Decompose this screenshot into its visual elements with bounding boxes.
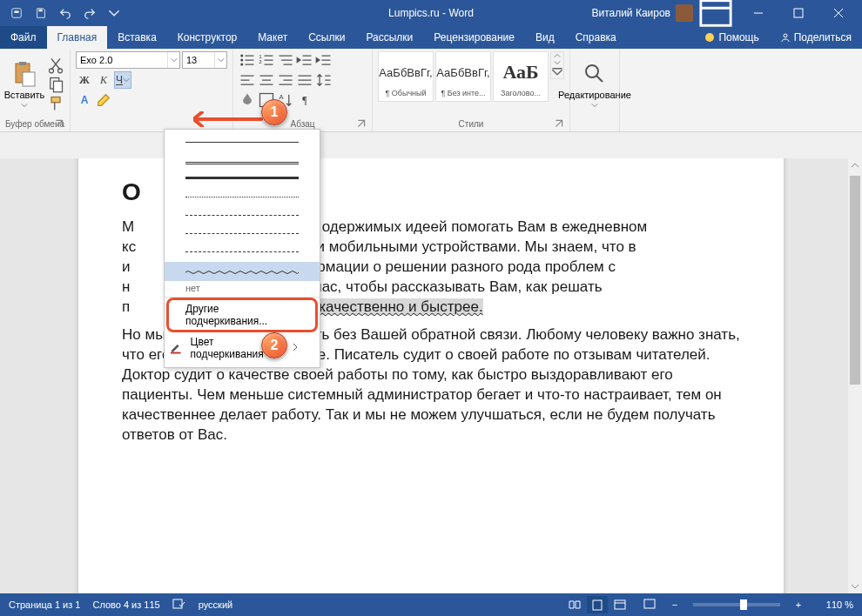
doc-frag: ами и мобильными устройствами. Мы знаем,… <box>286 238 636 255</box>
underline-double[interactable] <box>185 152 299 170</box>
user-avatar[interactable] <box>676 4 693 22</box>
scroll-down-icon[interactable] <box>848 579 862 593</box>
paste-button[interactable]: Вставить <box>5 51 44 117</box>
menu-separator <box>165 297 320 298</box>
show-marks-icon[interactable]: ¶ <box>296 91 313 109</box>
autosave-icon[interactable] <box>7 3 26 23</box>
chevron-up-icon[interactable] <box>551 52 563 59</box>
page-indicator[interactable]: Страница 1 из 1 <box>9 599 80 610</box>
tab-home[interactable]: Главная <box>47 26 108 49</box>
zoom-in-button[interactable]: + <box>792 599 805 610</box>
tab-layout[interactable]: Макет <box>247 26 298 49</box>
tab-help[interactable]: Справка <box>565 26 627 49</box>
styles-group-label: Стили <box>459 119 484 129</box>
web-layout-icon[interactable] <box>609 596 630 613</box>
text-effects-icon[interactable]: A <box>76 91 93 109</box>
underline-glyph: Ч <box>116 74 123 86</box>
justify-icon[interactable] <box>296 71 313 89</box>
scroll-up-icon[interactable] <box>848 158 862 172</box>
group-styles: АаБбВвГг,¶ Обычный АаБбВвГг,¶ Без инте..… <box>373 49 570 131</box>
tab-design[interactable]: Конструктор <box>167 26 247 49</box>
align-right-icon[interactable] <box>277 71 294 89</box>
scrollbar-thumb[interactable] <box>850 176 860 385</box>
font-size-combo[interactable]: 13 <box>182 51 227 69</box>
spellcheck-icon[interactable] <box>172 598 186 612</box>
zoom-value[interactable]: 110 % <box>817 599 853 610</box>
styles-gallery-more[interactable] <box>550 51 564 79</box>
group-editing: Редактирование <box>570 49 620 131</box>
focus-mode-icon[interactable] <box>643 598 657 612</box>
tab-review[interactable]: Рецензирование <box>423 26 525 49</box>
line-spacing-icon[interactable] <box>315 71 333 89</box>
underline-wavy[interactable] <box>165 262 320 281</box>
cut-icon[interactable] <box>47 57 64 74</box>
minimize-button[interactable] <box>738 0 778 26</box>
underline-color-item[interactable]: Цвет подчеркивания <box>165 332 320 364</box>
numbering-icon[interactable]: 12 <box>258 51 275 69</box>
tab-file[interactable]: Файл <box>0 26 47 49</box>
svg-point-5 <box>784 34 787 37</box>
tab-mailings[interactable]: Рассылки <box>355 26 423 49</box>
style-nospacing[interactable]: АаБбВвГг,¶ Без инте... <box>435 51 491 102</box>
share-button[interactable]: Поделиться <box>770 26 862 49</box>
qat-more-icon[interactable] <box>104 3 124 23</box>
underline-single[interactable] <box>185 134 299 151</box>
bullets-icon[interactable] <box>239 51 256 69</box>
document-area[interactable]: О Мтов, одержимых идеей помогать Вам в е… <box>0 158 862 593</box>
multilevel-icon[interactable] <box>277 51 294 69</box>
zoom-handle[interactable] <box>740 599 747 610</box>
underline-dashed[interactable] <box>185 207 299 224</box>
underline-dotdash[interactable] <box>185 225 299 243</box>
close-button[interactable] <box>818 0 859 26</box>
underline-thick[interactable] <box>185 171 299 188</box>
underline-button[interactable]: Ч <box>114 71 131 89</box>
undo-icon[interactable] <box>56 3 75 23</box>
editing-button[interactable]: Редактирование <box>576 51 614 117</box>
style-preview: АаБ <box>502 56 538 89</box>
style-preview: АаБбВвГг, <box>379 56 432 89</box>
read-mode-icon[interactable] <box>564 596 585 613</box>
style-label: Заголово... <box>501 89 541 97</box>
vertical-scrollbar[interactable] <box>848 158 862 593</box>
more-underlines-item[interactable]: Другие подчеркивания... <box>168 299 316 331</box>
inc-indent-icon[interactable] <box>315 51 333 69</box>
tab-insert[interactable]: Вставка <box>107 26 167 49</box>
status-bar: Страница 1 из 1 Слово 4 из 115 русский −… <box>0 593 862 616</box>
underline-none[interactable]: нет <box>165 281 320 295</box>
style-normal[interactable]: АаБбВвГг,¶ Обычный <box>378 51 434 102</box>
zoom-slider[interactable] <box>693 603 780 606</box>
maximize-button[interactable] <box>778 0 818 26</box>
style-preview: АаБбВвГг, <box>436 56 489 89</box>
shading-icon[interactable] <box>239 91 256 109</box>
save-icon[interactable] <box>31 3 51 23</box>
tab-view[interactable]: Вид <box>525 26 565 49</box>
redo-icon[interactable] <box>80 3 99 23</box>
chevron-down-icon[interactable] <box>214 52 226 68</box>
dec-indent-icon[interactable] <box>296 51 313 69</box>
highlight-icon[interactable] <box>95 91 112 109</box>
format-painter-icon[interactable] <box>47 95 64 112</box>
italic-button[interactable]: К <box>95 71 112 89</box>
chevron-down-icon[interactable] <box>551 59 563 66</box>
svg-point-4 <box>705 33 714 42</box>
tab-references[interactable]: Ссылки <box>298 26 355 49</box>
clipboard-launcher-icon[interactable] <box>54 118 64 129</box>
chevron-down-icon[interactable] <box>167 52 179 68</box>
language-indicator[interactable]: русский <box>199 599 232 610</box>
underline-dotted[interactable] <box>185 189 299 206</box>
styles-launcher-icon[interactable] <box>554 118 564 129</box>
underline-dotdotdash[interactable] <box>185 244 299 261</box>
zoom-out-button[interactable]: − <box>669 599 681 610</box>
word-count[interactable]: Слово 4 из 115 <box>92 599 159 610</box>
more-icon[interactable] <box>551 66 563 78</box>
ribbon-display-options-icon[interactable] <box>698 0 733 26</box>
align-center-icon[interactable] <box>258 71 275 89</box>
print-layout-icon[interactable] <box>587 596 608 613</box>
style-heading1[interactable]: АаБЗаголово... <box>493 51 549 102</box>
bold-button[interactable]: Ж <box>76 71 93 89</box>
font-name-combo[interactable]: Exo 2.0 <box>76 51 180 69</box>
copy-icon[interactable] <box>47 76 64 93</box>
paragraph-launcher-icon[interactable] <box>356 118 367 129</box>
align-left-icon[interactable] <box>239 71 256 89</box>
user-name[interactable]: Виталий Каиров <box>591 7 670 19</box>
